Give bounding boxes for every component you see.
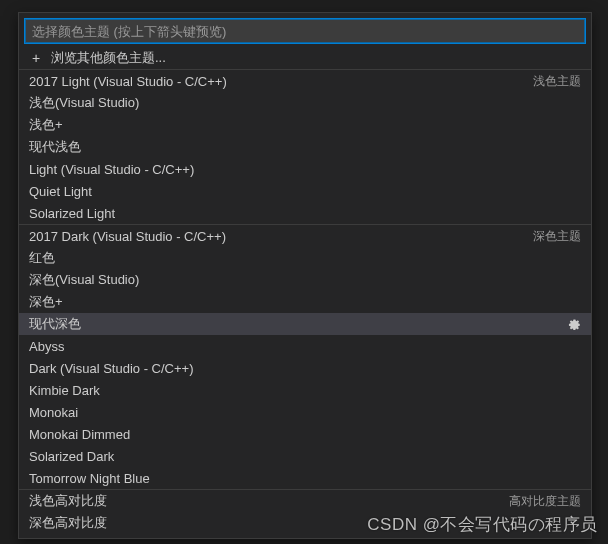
theme-item[interactable]: 深色高对比度: [19, 512, 591, 534]
theme-item[interactable]: 浅色(Visual Studio): [19, 92, 591, 114]
theme-item-label: 现代浅色: [29, 138, 581, 156]
theme-item-label: 浅色+: [29, 116, 581, 134]
browse-label: 浏览其他颜色主题...: [51, 49, 581, 67]
theme-item[interactable]: Dark (Visual Studio - C/C++): [19, 357, 591, 379]
theme-item-label: Light (Visual Studio - C/C++): [29, 162, 581, 177]
group-label: 深色主题: [533, 228, 581, 245]
theme-item[interactable]: 2017 Light (Visual Studio - C/C++)浅色主题: [19, 70, 591, 92]
theme-item-label: 现代深色: [29, 315, 567, 333]
theme-item[interactable]: 浅色+: [19, 114, 591, 136]
theme-item-label: Abyss: [29, 339, 581, 354]
gear-icon[interactable]: [567, 316, 581, 330]
theme-item-label: Solarized Light: [29, 206, 581, 221]
configure-theme[interactable]: [567, 316, 581, 333]
theme-item-label: 深色(Visual Studio): [29, 271, 581, 289]
theme-item[interactable]: 2017 Dark (Visual Studio - C/C++)深色主题: [19, 225, 591, 247]
theme-item-label: 2017 Light (Visual Studio - C/C++): [29, 74, 533, 89]
theme-item[interactable]: Light (Visual Studio - C/C++): [19, 158, 591, 180]
theme-item-label: Kimbie Dark: [29, 383, 581, 398]
theme-item[interactable]: 现代深色: [19, 313, 591, 335]
theme-item-label: 红色: [29, 249, 581, 267]
theme-item-label: Dark (Visual Studio - C/C++): [29, 361, 581, 376]
theme-item[interactable]: Tomorrow Night Blue: [19, 467, 591, 489]
theme-item[interactable]: Quiet Light: [19, 180, 591, 202]
browse-more-themes[interactable]: + 浏览其他颜色主题...: [19, 47, 591, 69]
theme-item[interactable]: Kimbie Dark: [19, 379, 591, 401]
theme-item[interactable]: 浅色高对比度高对比度主题: [19, 490, 591, 512]
plus-icon: +: [29, 51, 43, 65]
theme-item-label: 深色高对比度: [29, 514, 581, 532]
theme-item[interactable]: Monokai Dimmed: [19, 423, 591, 445]
theme-item-label: Quiet Light: [29, 184, 581, 199]
theme-quick-pick: + 浏览其他颜色主题... 2017 Light (Visual Studio …: [18, 12, 592, 539]
theme-item[interactable]: Solarized Dark: [19, 445, 591, 467]
theme-item[interactable]: Abyss: [19, 335, 591, 357]
editor-gutter-hint: [0, 0, 15, 544]
theme-item-label: Solarized Dark: [29, 449, 581, 464]
theme-item-label: 浅色(Visual Studio): [29, 94, 581, 112]
theme-item[interactable]: Monokai: [19, 401, 591, 423]
theme-item[interactable]: 深色(Visual Studio): [19, 269, 591, 291]
search-wrap: [19, 13, 591, 47]
theme-item-label: 深色+: [29, 293, 581, 311]
theme-search-input[interactable]: [25, 19, 585, 43]
group-label: 浅色主题: [533, 73, 581, 90]
theme-item[interactable]: Solarized Light: [19, 202, 591, 224]
theme-item-label: Monokai: [29, 405, 581, 420]
theme-item[interactable]: 红色: [19, 247, 591, 269]
theme-list: + 浏览其他颜色主题... 2017 Light (Visual Studio …: [19, 47, 591, 538]
theme-item[interactable]: 深色+: [19, 291, 591, 313]
theme-item-label: Tomorrow Night Blue: [29, 471, 581, 486]
group-label: 高对比度主题: [509, 493, 581, 510]
theme-item-label: Monokai Dimmed: [29, 427, 581, 442]
theme-item-label: 浅色高对比度: [29, 492, 509, 510]
theme-item[interactable]: 现代浅色: [19, 136, 591, 158]
theme-item-label: 2017 Dark (Visual Studio - C/C++): [29, 229, 533, 244]
